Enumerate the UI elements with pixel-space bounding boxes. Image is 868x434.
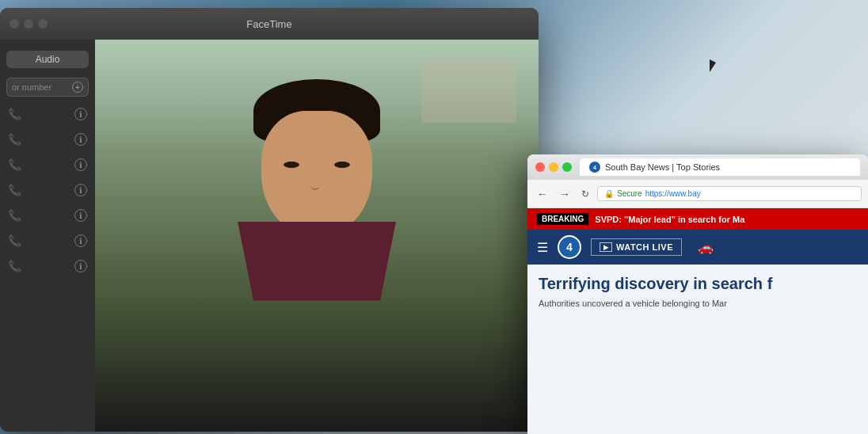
info-icon[interactable]: ℹ (74, 158, 87, 171)
phone-icon: 📞 (8, 184, 21, 196)
number-input[interactable]: or number + (6, 78, 89, 97)
phone-icon: 📞 (8, 209, 21, 222)
minimize-button[interactable] (24, 19, 33, 29)
left-eye (284, 162, 299, 168)
back-button[interactable]: ← (534, 186, 551, 202)
browser-maximize-button[interactable] (562, 162, 572, 172)
video-person (95, 40, 539, 432)
hamburger-icon[interactable]: ☰ (537, 240, 548, 255)
watch-live-button[interactable]: ▶ WATCH LIVE (591, 238, 682, 256)
close-button[interactable] (10, 19, 19, 29)
news-content-area: Terrifying discovery in search f Authori… (527, 265, 868, 434)
phone-icon: 📞 (8, 133, 21, 146)
facetime-titlebar: FaceTime (0, 8, 539, 40)
contact-row[interactable]: 📞 ℹ (0, 152, 95, 177)
play-icon: ▶ (600, 242, 612, 252)
traffic-lights (10, 19, 48, 29)
browser-close-button[interactable] (535, 162, 545, 172)
contact-row[interactable]: 📞 ℹ (0, 127, 95, 152)
breaking-news-bar: BREAKING SVPD: "Major lead" in search fo… (527, 208, 868, 230)
info-icon[interactable]: ℹ (74, 260, 87, 272)
browser-traffic-lights (535, 162, 572, 172)
phone-icon: 📞 (8, 108, 21, 120)
breaking-label: BREAKING (537, 213, 588, 225)
browser-titlebar: 4 South Bay News | Top Stories (527, 154, 868, 180)
phone-icon: 📞 (8, 234, 21, 247)
channel4-favicon: 4 (589, 162, 600, 173)
news-navbar: ☰ 4 ▶ WATCH LIVE 🚗 (527, 230, 868, 265)
browser-tab[interactable]: 4 South Bay News | Top Stories (580, 158, 860, 176)
forward-button[interactable]: → (556, 186, 573, 202)
secure-label: Secure (617, 189, 642, 198)
contact-row[interactable]: 📞 ℹ (0, 253, 95, 279)
person-figure (238, 79, 396, 301)
traffic-icon[interactable]: 🚗 (698, 240, 714, 255)
phone-icon: 📞 (8, 260, 21, 272)
facetime-sidebar: Audio or number + 📞 ℹ 📞 ℹ 📞 ℹ 📞 ℹ (0, 40, 95, 432)
tab-title: South Bay News | Top Stories (605, 162, 720, 172)
channel4-logo[interactable]: 4 (558, 235, 581, 259)
contact-row[interactable]: 📞 ℹ (0, 101, 95, 127)
info-icon[interactable]: ℹ (74, 209, 87, 222)
news-body: BREAKING SVPD: "Major lead" in search fo… (527, 208, 868, 434)
facetime-content: Audio or number + 📞 ℹ 📞 ℹ 📞 ℹ 📞 ℹ (0, 40, 539, 432)
news-headline[interactable]: Terrifying discovery in search f (539, 274, 857, 293)
audio-button[interactable]: Audio (6, 51, 89, 68)
person-face (261, 111, 372, 238)
phone-icon: 📞 (8, 158, 21, 171)
url-bar[interactable]: 🔒 Secure https://www.bay (597, 186, 862, 201)
secure-lock-icon: 🔒 (604, 189, 614, 198)
right-eye (334, 162, 350, 168)
wall-decoration (421, 59, 516, 123)
add-contact-icon[interactable]: + (72, 82, 83, 93)
url-text: https://www.bay (645, 189, 701, 198)
breaking-text: SVPD: "Major lead" in search for Ma (595, 215, 744, 224)
nose (310, 181, 320, 190)
person-shirt (238, 222, 396, 301)
number-placeholder: or number (12, 82, 51, 92)
contact-row[interactable]: 📞 ℹ (0, 228, 95, 253)
facetime-video-area (95, 40, 539, 432)
channel4-logo-number: 4 (566, 241, 573, 253)
watch-live-label: WATCH LIVE (616, 242, 673, 252)
contact-row[interactable]: 📞 ℹ (0, 203, 95, 228)
browser-addressbar: ← → ↻ 🔒 Secure https://www.bay (527, 180, 868, 208)
window-title: FaceTime (246, 18, 291, 30)
facetime-window[interactable]: FaceTime Audio or number + 📞 ℹ 📞 ℹ 📞 ℹ (0, 8, 539, 432)
info-icon[interactable]: ℹ (74, 234, 87, 247)
maximize-button[interactable] (38, 19, 48, 29)
info-icon[interactable]: ℹ (74, 184, 87, 196)
reload-button[interactable]: ↻ (578, 187, 592, 201)
contact-row[interactable]: 📞 ℹ (0, 177, 95, 203)
info-icon[interactable]: ℹ (74, 108, 87, 120)
info-icon[interactable]: ℹ (74, 133, 87, 146)
news-subtext: Authorities uncovered a vehicle belongin… (539, 298, 857, 310)
channel4-number: 4 (593, 165, 596, 170)
browser-minimize-button[interactable] (549, 162, 558, 172)
browser-window[interactable]: 4 South Bay News | Top Stories ← → ↻ 🔒 S… (527, 154, 868, 434)
